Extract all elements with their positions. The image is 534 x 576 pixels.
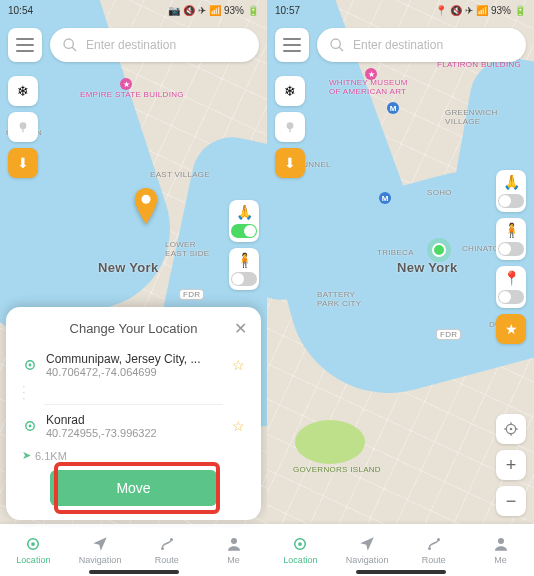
zoom-in-button[interactable]: + (496, 450, 526, 480)
phone-left: Empire State Building ★ EAST VILLAGE LOW… (0, 0, 267, 576)
svg-point-20 (428, 547, 431, 550)
connector-dots: ··· (10, 384, 26, 402)
current-location-dot (427, 238, 451, 262)
highlight-box (54, 462, 220, 514)
recenter-button[interactable] (496, 414, 526, 444)
tab-route[interactable]: Route (401, 524, 468, 576)
right-toolbar: 🙏 🧍 📍 ★ (496, 170, 526, 344)
search-bar: Enter destination (8, 26, 259, 64)
tab-navigation[interactable]: Navigation (67, 524, 134, 576)
menu-button[interactable] (8, 28, 42, 62)
search-input[interactable]: Enter destination (317, 28, 526, 62)
svg-point-22 (498, 538, 504, 544)
area-label: LOWER EAST SIDE (165, 240, 209, 258)
location-icon (24, 535, 42, 553)
svg-point-13 (331, 39, 340, 48)
status-bar: 10:54 📷 🔇 ✈︎ 📶 93% 🔋 (0, 0, 267, 20)
svg-line-2 (72, 47, 76, 51)
svg-line-14 (339, 47, 343, 51)
search-placeholder: Enter destination (86, 38, 176, 52)
location-name: Communipaw, Jersey City, ... (46, 352, 224, 366)
status-time: 10:54 (8, 5, 33, 16)
map-canvas[interactable]: Whitney Museum of American Art Flatiron … (267, 0, 534, 576)
person-toggle[interactable]: 🧍 (496, 218, 526, 260)
star-icon[interactable]: ☆ (232, 357, 245, 373)
location-item[interactable]: Communipaw, Jersey City, ... 40.706472,-… (10, 346, 257, 384)
svg-point-19 (299, 542, 303, 546)
route-icon (158, 535, 176, 553)
tab-route[interactable]: Route (134, 524, 201, 576)
search-input[interactable]: Enter destination (50, 28, 259, 62)
metro-icon: M (387, 102, 399, 114)
tab-bar: Location Navigation Route Me (0, 524, 267, 576)
snow-button[interactable]: ❄︎ (8, 76, 38, 106)
svg-point-12 (231, 538, 237, 544)
svg-point-1 (64, 39, 73, 48)
tab-location[interactable]: Location (267, 524, 334, 576)
user-icon (492, 535, 510, 553)
favorite-button[interactable]: ★ (496, 314, 526, 344)
svg-point-7 (29, 425, 32, 428)
sheet-title: Change Your Location ✕ (10, 317, 257, 346)
origin-icon (22, 357, 38, 373)
area-label: SOHO (427, 188, 452, 197)
metro-icon: M (379, 192, 391, 204)
search-icon (329, 37, 345, 53)
road-shield: FDR (437, 330, 460, 339)
zoom-toolbar: + − (496, 414, 526, 516)
tab-me[interactable]: Me (200, 524, 267, 576)
search-bar: Enter destination (275, 26, 526, 64)
map-pin-icon[interactable] (132, 188, 160, 228)
navigation-icon (358, 535, 376, 553)
pin-toggle[interactable]: 📍 (496, 266, 526, 308)
zoom-out-button[interactable]: − (496, 486, 526, 516)
status-bar: 10:57 📍 🔇 ✈︎ 📶 93% 🔋 (267, 0, 534, 20)
svg-point-17 (510, 428, 513, 431)
download-button[interactable]: ⬇ (8, 148, 38, 178)
location-name: Konrad (46, 413, 224, 427)
city-label: New York (98, 260, 158, 275)
status-battery: 93% (491, 5, 511, 16)
pray-toggle[interactable]: 🙏 (496, 170, 526, 212)
svg-point-15 (287, 122, 294, 129)
star-icon[interactable]: ☆ (232, 418, 245, 434)
svg-point-0 (142, 195, 151, 204)
status-battery: 93% (224, 5, 244, 16)
left-toolbar: ❄︎ ⬇ (8, 76, 38, 178)
poi-icon: ★ (365, 68, 377, 80)
svg-point-3 (20, 122, 27, 129)
status-time: 10:57 (275, 5, 300, 16)
right-toolbar: 🙏 🧍 (229, 200, 259, 290)
close-icon[interactable]: ✕ (234, 319, 247, 338)
navigation-icon (91, 535, 109, 553)
locate-grey-button[interactable] (275, 112, 305, 142)
area-label: BATTERY PARK CITY (317, 290, 361, 308)
tab-navigation[interactable]: Navigation (334, 524, 401, 576)
svg-point-5 (29, 364, 32, 367)
area-label: Governors Island (293, 465, 381, 474)
tab-me[interactable]: Me (467, 524, 534, 576)
location-coords: 40.706472,-74.064699 (46, 366, 224, 378)
area-label: GREENWICH VILLAGE (445, 108, 497, 126)
home-indicator (356, 570, 446, 574)
menu-button[interactable] (275, 28, 309, 62)
pray-toggle[interactable]: 🙏 (229, 200, 259, 242)
tab-location[interactable]: Location (0, 524, 67, 576)
download-button[interactable]: ⬇ (275, 148, 305, 178)
svg-point-10 (161, 547, 164, 550)
locate-grey-button[interactable] (8, 112, 38, 142)
city-label: New York (397, 260, 457, 275)
svg-point-9 (32, 542, 36, 546)
poi-label-empire: Empire State Building (80, 90, 184, 99)
location-icon (291, 535, 309, 553)
dest-icon (22, 418, 38, 434)
location-coords: 40.724955,-73.996322 (46, 427, 224, 439)
snow-button[interactable]: ❄︎ (275, 76, 305, 106)
person-toggle[interactable]: 🧍 (229, 248, 259, 290)
road-shield: FDR (180, 290, 203, 299)
nav-arrow-icon: ➤ (22, 449, 31, 462)
location-item[interactable]: Konrad 40.724955,-73.996322 ☆ (10, 407, 257, 445)
left-toolbar: ❄︎ ⬇ (275, 76, 305, 178)
area-label: EAST VILLAGE (150, 170, 210, 179)
poi-label: Whitney Museum of American Art (329, 78, 408, 96)
